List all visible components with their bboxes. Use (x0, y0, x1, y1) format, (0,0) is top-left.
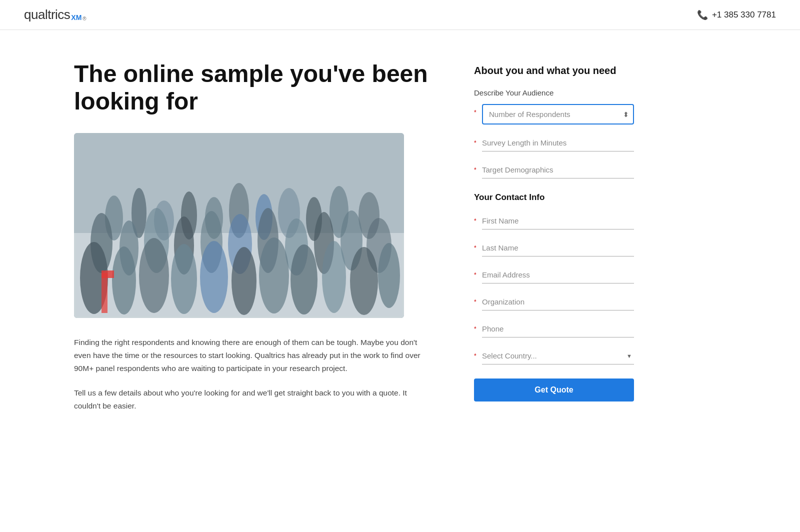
first-name-field: * (474, 212, 634, 230)
survey-length-input[interactable] (482, 134, 634, 152)
required-star-lastname: * (474, 244, 476, 252)
svg-rect-35 (74, 133, 404, 318)
required-star-respondents: * (474, 109, 476, 116)
audience-section: Describe Your Audience * Number of Respo… (474, 88, 634, 178)
phone-field: * (474, 320, 634, 338)
first-name-input[interactable] (482, 212, 634, 230)
main-content: The online sample you've been looking fo… (50, 30, 750, 464)
country-select[interactable]: Select Country... United States United K… (482, 348, 634, 364)
last-name-input[interactable] (482, 240, 634, 256)
header-phone[interactable]: 📞 +1 385 330 7781 (697, 10, 776, 20)
number-of-respondents-select[interactable]: Number of Respondents 50 100 250 500 100… (482, 104, 634, 124)
body-text-1: Finding the right respondents and knowin… (74, 336, 424, 374)
respondents-select-wrapper: Number of Respondents 50 100 250 500 100… (482, 104, 634, 124)
contact-section-title: Your Contact Info (474, 192, 634, 202)
target-demographics-input[interactable] (482, 162, 634, 178)
required-star-demographics: * (474, 166, 476, 174)
phone-icon: 📞 (697, 10, 708, 20)
describe-label: Describe Your Audience (474, 88, 634, 97)
phone-input[interactable] (482, 320, 634, 338)
registered-mark: ® (82, 16, 86, 22)
svg-rect-36 (102, 273, 108, 313)
required-star-email: * (474, 272, 476, 278)
organization-input[interactable] (482, 294, 634, 310)
right-column-form: About you and what you need Describe You… (474, 60, 634, 424)
site-header: qualtrics XM ® 📞 +1 385 330 7781 (0, 0, 800, 30)
logo-text: qualtrics (24, 7, 70, 22)
required-star-survey-length: * (474, 140, 476, 146)
organization-field: * (474, 294, 634, 310)
body-text-2: Tell us a few details about who you're l… (74, 386, 424, 412)
crowd-image (74, 133, 404, 318)
logo: qualtrics XM ® (24, 7, 86, 22)
contact-section: Your Contact Info * * * * (474, 192, 634, 364)
country-select-wrapper: Select Country... United States United K… (482, 348, 634, 364)
last-name-field: * (474, 240, 634, 256)
email-field: * (474, 266, 634, 284)
form-section-title: About you and what you need (474, 65, 634, 76)
left-column: The online sample you've been looking fo… (74, 60, 434, 424)
logo-xm: XM (71, 14, 82, 22)
email-input[interactable] (482, 266, 634, 284)
svg-rect-37 (102, 270, 114, 278)
required-star-country: * (474, 352, 476, 360)
required-star-org: * (474, 298, 476, 306)
number-of-respondents-field: * Number of Respondents 50 100 250 500 1… (474, 104, 634, 124)
country-field: * Select Country... United States United… (474, 348, 634, 364)
survey-length-field: * (474, 134, 634, 152)
get-quote-button[interactable]: Get Quote (474, 378, 634, 402)
hero-title: The online sample you've been looking fo… (74, 60, 434, 115)
phone-number: +1 385 330 7781 (712, 10, 776, 20)
required-star-phone: * (474, 326, 476, 332)
target-demographics-field: * (474, 162, 634, 178)
required-star-firstname: * (474, 218, 476, 224)
